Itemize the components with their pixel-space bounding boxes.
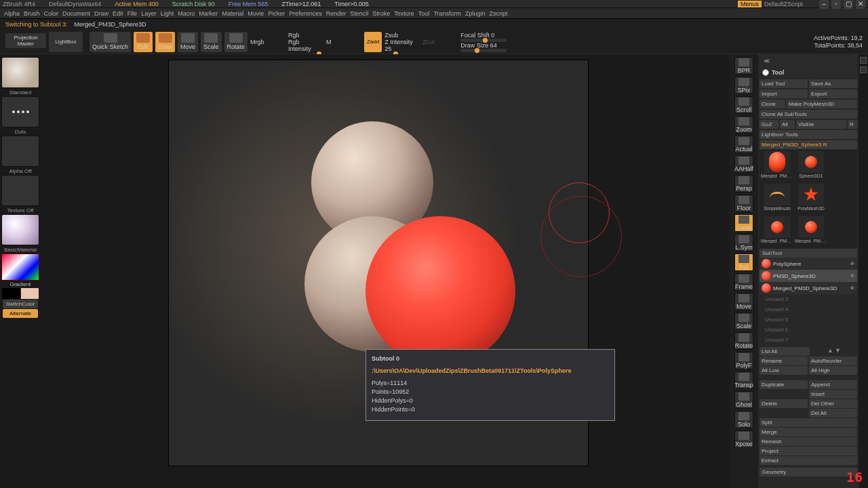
close-icon[interactable]: ✕ [856,0,865,9]
tool-thumb[interactable]: Sphere3D1 [795,151,827,182]
solo-button[interactable]: Solo [734,411,753,428]
swatch-skin[interactable] [21,288,39,299]
default-zscript[interactable]: DefaultZScript [764,1,803,7]
zsub-label[interactable]: Zsub [384,32,420,39]
split-button[interactable]: Split [760,418,857,427]
actual-button[interactable]: Actual [734,136,753,153]
m-label[interactable]: M [326,39,361,45]
tray-toggle-2[interactable] [860,66,867,73]
menu-document[interactable]: Document [62,10,90,17]
subtool-row[interactable]: Merged_PM3D_Sphere3D👁 [760,282,857,294]
move-button[interactable]: Move [178,32,198,52]
unused-slot[interactable]: Unused 3 [760,294,857,304]
menu-transform[interactable]: Transform [433,10,461,17]
rgb-label[interactable]: Rgb [288,32,323,39]
mrgb-label[interactable]: Mrgb [250,39,285,45]
menu-stencil[interactable]: Stencil [350,10,368,17]
list-all-button[interactable]: List All [760,347,810,356]
tool-thumb[interactable]: PolyMesh3D [795,184,827,215]
polyf-button[interactable]: PolyF [734,352,753,369]
goz-button[interactable]: GoZ [760,120,778,129]
unused-slot[interactable]: Unused 5 [760,314,857,325]
menu-material[interactable]: Material [222,10,243,17]
eye-icon[interactable]: 👁 [850,261,855,267]
xpose-button[interactable]: Xpose [734,430,753,448]
expand-icon[interactable]: ▫ [831,0,841,9]
menu-tool[interactable]: Tool [418,10,430,17]
arrow-down-icon[interactable]: ▼ [835,347,841,356]
del-all-button[interactable]: Del All [809,409,857,418]
subtool-row[interactable]: PM3D_Sphere3D👁 [760,270,857,282]
transp-button[interactable]: Transp [734,371,753,389]
brush-swatch[interactable] [1,57,39,88]
palette-expand-icon[interactable]: ≪ [764,58,770,64]
viewport[interactable]: Subtool 0 :\Users\OA\Dev\UploadedZips\ZB… [168,60,589,466]
scale-button[interactable]: Scale [734,312,753,330]
edit-button[interactable]: Edit [134,32,153,52]
rotate-button[interactable]: Rotate [734,332,753,350]
focal-slider[interactable] [460,39,507,42]
alternate-button[interactable]: Alternate [3,309,38,318]
subtool-row[interactable]: PolySphere👁 [760,258,857,270]
goz-r-button[interactable]: R [848,120,857,129]
del-other-button[interactable]: Del Other [809,399,857,408]
frame-button[interactable]: Frame [734,273,753,291]
menu-preferences[interactable]: Preferences [289,10,322,17]
menu-light[interactable]: Light [161,10,174,17]
menu-alpha[interactable]: Alpha [4,10,20,17]
menus-button[interactable]: Menus [738,1,762,7]
make-polymesh-button[interactable]: Make PolyMesh3D [787,100,857,108]
tool-thumb[interactable]: Merged_PM3D_S [761,216,793,247]
unused-slot[interactable]: Unused 4 [760,304,857,314]
quicksketch-button[interactable]: Quick Sketch [90,32,131,52]
scale-button[interactable]: Scale [201,32,222,52]
aahalf-button[interactable]: AAHalf [734,155,753,173]
unused-slot[interactable]: Unused 6 [760,325,857,335]
load-tool-button[interactable]: Load Tool [760,79,808,88]
menu-marker[interactable]: Marker [199,10,218,17]
rotate-button[interactable]: Rotate [224,32,248,52]
drawsize-slider[interactable] [460,49,507,52]
menu-stroke[interactable]: Stroke [372,10,390,17]
all-high-button[interactable]: All High [809,366,857,375]
persp-button[interactable]: Persp [734,175,753,192]
insert-button[interactable]: Insert [809,390,857,399]
unused-slot[interactable]: Unused 7 [760,335,857,345]
import-button[interactable]: Import [760,89,808,98]
scroll-button[interactable]: Scroll [734,96,753,114]
goz-visible-button[interactable]: Visible [796,120,846,129]
eye-icon[interactable]: 👁 [850,285,855,291]
menu-color[interactable]: Color [44,10,59,17]
clone-all-button[interactable]: Clone All SubTools [760,110,857,119]
project-button[interactable]: Project [760,447,857,455]
menu-edit[interactable]: Edit [113,10,123,17]
delete-button[interactable]: Delete [760,399,808,408]
tray-toggle-1[interactable] [860,57,867,64]
save-as-button[interactable]: Save As [809,79,857,88]
alpha-swatch[interactable] [1,136,39,167]
menu-zplugin[interactable]: Zplugin [465,10,486,17]
lightbox-tools-button[interactable]: Lightbox› Tools [760,130,857,139]
menu-zscript[interactable]: Zscript [490,10,508,17]
bpr-button[interactable]: BPR [734,57,753,75]
xyz-button[interactable]: Xyz [734,253,753,271]
lsym-button[interactable]: L.Sym [734,234,753,251]
local-button[interactable]: Local [734,214,753,232]
floor-button[interactable]: Floor [734,195,753,212]
draw-button[interactable]: Draw [155,32,175,52]
maximize-icon[interactable]: ▢ [844,0,853,9]
material-swatch[interactable] [1,214,39,245]
stroke-swatch[interactable] [1,96,39,127]
lightbox-button[interactable]: LightBox [49,32,83,52]
projection-master-button[interactable]: Projection Master [5,33,46,48]
tool-thumb[interactable]: Merged_PM3D_S [795,216,827,247]
minimize-icon[interactable]: – [819,0,829,9]
texture-swatch[interactable] [1,175,39,206]
menu-texture[interactable]: Texture [394,10,414,17]
spix-button[interactable]: SPix [734,77,753,94]
tool-header[interactable]: Tool [760,66,857,79]
move-button[interactable]: Move [734,293,753,310]
menu-draw[interactable]: Draw [94,10,108,17]
menu-brush[interactable]: Brush [24,10,40,17]
geometry-header[interactable]: Geometry [760,468,857,476]
